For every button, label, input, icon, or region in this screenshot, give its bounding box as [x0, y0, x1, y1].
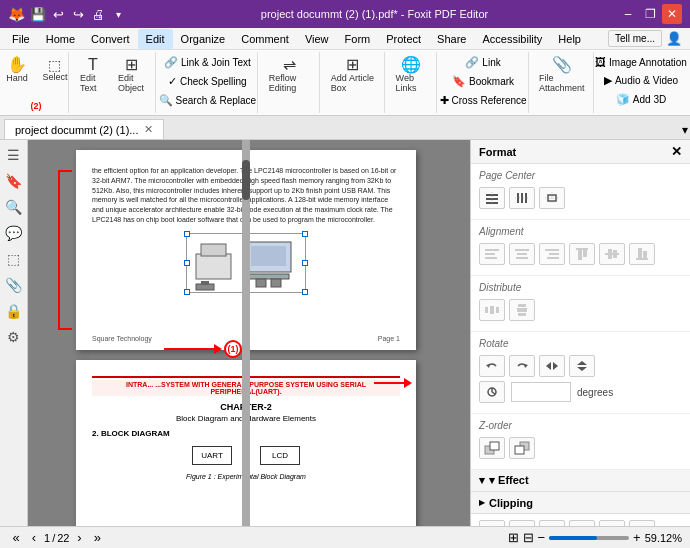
- menu-protect[interactable]: Protect: [378, 29, 429, 49]
- edit-text-btn[interactable]: T Edit Text: [75, 54, 111, 96]
- clip-rect-btn[interactable]: ▭: [539, 520, 565, 526]
- web-links-btn[interactable]: 🌐 Web Links: [391, 54, 432, 96]
- next-page-btn[interactable]: ›: [71, 530, 87, 545]
- bring-forward-btn[interactable]: [479, 437, 505, 459]
- qa-more-btn[interactable]: ▾: [109, 5, 127, 23]
- align-middle-btn[interactable]: [599, 243, 625, 265]
- image-annotation-btn[interactable]: 🖼 Image Annotation: [590, 54, 690, 70]
- minimize-btn[interactable]: –: [618, 4, 638, 24]
- hand-tool-btn[interactable]: ✋ Hand: [0, 54, 35, 86]
- sidebar-pages-icon[interactable]: ☰: [3, 144, 25, 166]
- redo-qa-btn[interactable]: ↪: [69, 5, 87, 23]
- clip-diamond-btn[interactable]: ◇: [479, 520, 505, 526]
- page-center-v-btn[interactable]: [509, 187, 535, 209]
- menu-form[interactable]: Form: [337, 29, 379, 49]
- svg-rect-1: [201, 244, 226, 256]
- align-center-icon: [514, 247, 530, 261]
- sel-handle-mr[interactable]: [302, 260, 308, 266]
- clipping-collapse-btn[interactable]: ▸ Clipping: [471, 492, 690, 514]
- menu-file[interactable]: File: [4, 29, 38, 49]
- add-article-box-btn[interactable]: ⊞ Add Article Box: [326, 54, 380, 96]
- menu-view[interactable]: View: [297, 29, 337, 49]
- save-qa-btn[interactable]: 💾: [29, 5, 47, 23]
- page-center-both-btn[interactable]: [539, 187, 565, 209]
- check-spelling-btn[interactable]: ✓ Check Spelling: [163, 73, 252, 90]
- sel-handle-tr[interactable]: [302, 231, 308, 237]
- flip-v-btn[interactable]: [569, 355, 595, 377]
- menu-comment[interactable]: Comment: [233, 29, 297, 49]
- sidebar-bookmark-icon[interactable]: 🔖: [3, 170, 25, 192]
- page-center-h-btn[interactable]: [479, 187, 505, 209]
- send-backward-btn[interactable]: [509, 437, 535, 459]
- rotate-ccw90-btn[interactable]: [479, 355, 505, 377]
- fit-page-btn[interactable]: ⊞: [508, 530, 519, 545]
- print-qa-btn[interactable]: 🖨: [89, 5, 107, 23]
- fit-width-btn[interactable]: ⊟: [523, 530, 534, 545]
- align-top-btn[interactable]: [569, 243, 595, 265]
- audio-video-btn[interactable]: ▶ Audio & Video: [599, 72, 683, 89]
- doc-scrollbar[interactable]: [242, 140, 250, 526]
- rotate-cw90-btn[interactable]: [509, 355, 535, 377]
- add-3d-btn[interactable]: 🧊 Add 3D: [611, 91, 671, 108]
- sel-handle-br[interactable]: [302, 289, 308, 295]
- link-protect-btn[interactable]: 🔗 Link: [460, 54, 505, 71]
- clip-oval-btn[interactable]: ⬭: [509, 520, 535, 526]
- sidebar-comment-icon[interactable]: 💬: [3, 222, 25, 244]
- menu-home[interactable]: Home: [38, 29, 83, 49]
- menu-share[interactable]: Share: [429, 29, 474, 49]
- clip-wave-btn[interactable]: 〜: [599, 520, 625, 526]
- select-tool-btn[interactable]: ⬚ Select: [37, 54, 73, 86]
- menu-convert[interactable]: Convert: [83, 29, 138, 49]
- tell-me-input[interactable]: Tell me...: [608, 30, 662, 47]
- sidebar-search-icon[interactable]: 🔍: [3, 196, 25, 218]
- page-center-label: Page Center: [479, 170, 682, 181]
- clip-custom-btn[interactable]: [629, 520, 655, 526]
- first-page-btn[interactable]: «: [8, 530, 24, 545]
- toolbar: ✋ Hand ⬚ Select (2) T Edit Text ⊞ Edit O…: [0, 50, 690, 116]
- link-join-text-btn[interactable]: 🔗 Link & Join Text: [159, 54, 256, 71]
- sidebar-content-icon[interactable]: ⚙: [3, 326, 25, 348]
- zoom-in-btn[interactable]: +: [633, 530, 641, 545]
- close-btn[interactable]: ✕: [662, 4, 682, 24]
- align-bottom-btn[interactable]: [629, 243, 655, 265]
- restore-btn[interactable]: ❐: [640, 4, 660, 24]
- format-close-btn[interactable]: ✕: [671, 144, 682, 159]
- toolbar-protect-group: 🔗 Link 🔖 Bookmark ✚ Cross Reference: [439, 52, 529, 113]
- flip-h-btn[interactable]: [539, 355, 565, 377]
- sel-handle-ml[interactable]: [184, 260, 190, 266]
- rotate-custom-btn[interactable]: [479, 381, 505, 403]
- align-center-btn[interactable]: [509, 243, 535, 265]
- reflow-btn[interactable]: ⇌ Reflow Editing: [264, 54, 315, 96]
- sidebar-layers-icon[interactable]: ⬚: [3, 248, 25, 270]
- distribute-h-btn[interactable]: [479, 299, 505, 321]
- file-attachment-btn[interactable]: 📎 File Attachment: [534, 54, 590, 96]
- user-icon[interactable]: 👤: [662, 29, 686, 48]
- sidebar-security-icon[interactable]: 🔒: [3, 300, 25, 322]
- menu-accessibility[interactable]: Accessibility: [474, 29, 550, 49]
- distribute-v-btn[interactable]: [509, 299, 535, 321]
- scrollbar-thumb[interactable]: [242, 160, 250, 200]
- last-page-btn[interactable]: »: [89, 530, 105, 545]
- edit-object-btn[interactable]: ⊞ Edit Object: [113, 54, 151, 96]
- menu-edit[interactable]: Edit: [138, 29, 173, 49]
- sel-handle-tl[interactable]: [184, 231, 190, 237]
- align-right-btn[interactable]: [539, 243, 565, 265]
- sidebar-attach-icon[interactable]: 📎: [3, 274, 25, 296]
- sel-handle-bl[interactable]: [184, 289, 190, 295]
- document-tab[interactable]: project docummt (2) (1)... ✕: [4, 119, 164, 139]
- zoom-slider[interactable]: [549, 536, 629, 540]
- clip-star-btn[interactable]: ☆: [569, 520, 595, 526]
- rotate-degrees-input[interactable]: 0: [511, 382, 571, 402]
- cross-reference-btn[interactable]: ✚ Cross Reference: [435, 92, 532, 109]
- close-tab-btn[interactable]: ✕: [144, 123, 153, 136]
- menu-organize[interactable]: Organize: [173, 29, 234, 49]
- align-left-btn[interactable]: [479, 243, 505, 265]
- bookmark-btn[interactable]: 🔖 Bookmark: [447, 73, 519, 90]
- zoom-out-btn[interactable]: −: [538, 530, 546, 545]
- menu-help[interactable]: Help: [550, 29, 589, 49]
- search-replace-btn[interactable]: 🔍 Search & Replace: [154, 92, 262, 109]
- tab-scroll-btn[interactable]: ▾: [680, 121, 690, 139]
- undo-qa-btn[interactable]: ↩: [49, 5, 67, 23]
- prev-page-btn[interactable]: ‹: [26, 530, 42, 545]
- effect-collapse-btn[interactable]: ▾ ▾ Effect: [471, 470, 690, 492]
